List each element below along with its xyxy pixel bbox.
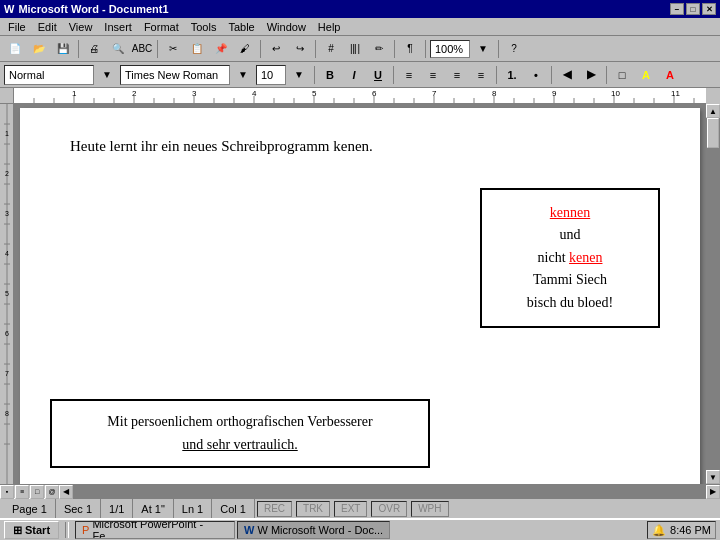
status-ln: Ln 1 — [174, 499, 212, 518]
toolbar-sep-4 — [315, 40, 316, 58]
status-trk: TRK — [296, 501, 330, 517]
menu-edit[interactable]: Edit — [32, 20, 63, 34]
menu-view[interactable]: View — [63, 20, 99, 34]
print-preview-button[interactable]: 🔍 — [107, 39, 129, 59]
numbering-button[interactable]: 1. — [501, 65, 523, 85]
menu-insert[interactable]: Insert — [98, 20, 138, 34]
close-button[interactable]: ✕ — [702, 3, 716, 15]
style-dropdown-arrow[interactable]: ▼ — [96, 65, 118, 85]
drawing-button[interactable]: ✏ — [368, 39, 390, 59]
spell-line-kennen: kennen — [498, 202, 642, 224]
svg-text:9: 9 — [552, 89, 557, 98]
underline-button[interactable]: U — [367, 65, 389, 85]
menu-bar: File Edit View Insert Format Tools Table… — [0, 18, 720, 36]
spell-line-bloed: bisch du bloed! — [498, 292, 642, 314]
svg-text:8: 8 — [5, 410, 9, 417]
clock-time: 8:46 PM — [670, 524, 711, 536]
svg-text:6: 6 — [372, 89, 377, 98]
minimize-button[interactable]: − — [670, 3, 684, 15]
style-dropdown[interactable]: Normal — [4, 65, 94, 85]
status-rec: REC — [257, 501, 292, 517]
redo-button[interactable]: ↪ — [289, 39, 311, 59]
svg-text:7: 7 — [5, 370, 9, 377]
taskbar-word[interactable]: W W Microsoft Word - Doc... — [237, 521, 390, 539]
menu-format[interactable]: Format — [138, 20, 185, 34]
correction-suggestion-box: Mit persoenlichem orthografischen Verbes… — [50, 399, 430, 468]
font-dropdown-arrow[interactable]: ▼ — [232, 65, 254, 85]
paste-button[interactable]: 📌 — [210, 39, 232, 59]
right-scrollbar: ▲ ▼ — [706, 104, 720, 484]
zoom-dropdown[interactable]: ▼ — [472, 39, 494, 59]
increase-indent-button[interactable]: ▶ — [580, 65, 602, 85]
format-painter[interactable]: 🖌 — [234, 39, 256, 59]
scroll-right-button[interactable]: ▶ — [706, 485, 720, 499]
bottom-scroll-track[interactable] — [73, 485, 706, 499]
taskbar-powerpoint[interactable]: P Microsoft PowerPoint - Fe... — [75, 521, 235, 539]
status-bar: Page 1 Sec 1 1/1 At 1" Ln 1 Col 1 REC TR… — [0, 498, 720, 518]
align-center-button[interactable]: ≡ — [422, 65, 444, 85]
font-color-button[interactable]: A — [659, 65, 681, 85]
font-dropdown[interactable]: Times New Roman — [120, 65, 230, 85]
scroll-left-button[interactable]: ◀ — [59, 485, 73, 499]
fmt-sep-5 — [606, 66, 607, 84]
menu-file[interactable]: File — [2, 20, 32, 34]
help-button[interactable]: ? — [503, 39, 525, 59]
menu-help[interactable]: Help — [312, 20, 347, 34]
spell-line-nicht: nicht kenen — [498, 247, 642, 269]
svg-text:11: 11 — [671, 89, 680, 98]
spell-kenen-word: kenen — [569, 250, 602, 265]
svg-text:8: 8 — [492, 89, 497, 98]
view-buttons: ▪ ≡ □ @ — [0, 485, 59, 499]
size-dropdown-arrow[interactable]: ▼ — [288, 65, 310, 85]
align-left-button[interactable]: ≡ — [398, 65, 420, 85]
spell-button[interactable]: ABC — [131, 39, 153, 59]
spell-line-und: und — [498, 224, 642, 246]
scroll-down-button[interactable]: ▼ — [706, 470, 720, 484]
scroll-track[interactable] — [706, 118, 720, 470]
columns-button[interactable]: |‖| — [344, 39, 366, 59]
horizontal-ruler: 1 2 3 4 5 6 7 — [14, 88, 706, 104]
open-button[interactable]: 📂 — [28, 39, 50, 59]
menu-table[interactable]: Table — [222, 20, 260, 34]
justify-button[interactable]: ≡ — [470, 65, 492, 85]
maximize-button[interactable]: □ — [686, 3, 700, 15]
svg-text:4: 4 — [252, 89, 257, 98]
page-view-button[interactable]: □ — [30, 485, 44, 499]
save-button[interactable]: 💾 — [52, 39, 74, 59]
menu-window[interactable]: Window — [261, 20, 312, 34]
scroll-thumb[interactable] — [707, 118, 719, 148]
undo-button[interactable]: ↩ — [265, 39, 287, 59]
svg-text:6: 6 — [5, 330, 9, 337]
border-button[interactable]: □ — [611, 65, 633, 85]
outline-view-button[interactable]: ≡ — [15, 485, 29, 499]
table-button[interactable]: # — [320, 39, 342, 59]
spell-line-tammi: Tammi Siech — [498, 269, 642, 291]
decrease-indent-button[interactable]: ◀ — [556, 65, 578, 85]
ruler-corner — [0, 88, 14, 104]
print-button[interactable]: 🖨 — [83, 39, 105, 59]
web-view-button[interactable]: @ — [45, 485, 59, 499]
highlight-button[interactable]: A — [635, 65, 657, 85]
new-button[interactable]: 📄 — [4, 39, 26, 59]
bold-button[interactable]: B — [319, 65, 341, 85]
start-button[interactable]: ⊞ Start — [4, 521, 59, 539]
svg-text:10: 10 — [611, 89, 620, 98]
zoom-level[interactable]: 100% — [430, 40, 470, 58]
italic-button[interactable]: I — [343, 65, 365, 85]
cut-button[interactable]: ✂ — [162, 39, 184, 59]
document-scroll-area[interactable]: Heute lernt ihr ein neues Schreibprogram… — [14, 104, 706, 484]
menu-tools[interactable]: Tools — [185, 20, 223, 34]
fmt-sep-3 — [496, 66, 497, 84]
status-at: At 1" — [133, 499, 173, 518]
normal-view-button[interactable]: ▪ — [0, 485, 14, 499]
correction-line1: Mit persoenlichem orthografischen Verbes… — [68, 411, 412, 433]
show-hide-button[interactable]: ¶ — [399, 39, 421, 59]
svg-text:1: 1 — [72, 89, 77, 98]
copy-button[interactable]: 📋 — [186, 39, 208, 59]
status-col: Col 1 — [212, 499, 255, 518]
start-icon: ⊞ — [13, 524, 22, 537]
align-right-button[interactable]: ≡ — [446, 65, 468, 85]
bullets-button[interactable]: • — [525, 65, 547, 85]
font-size[interactable]: 10 — [256, 65, 286, 85]
scroll-up-button[interactable]: ▲ — [706, 104, 720, 118]
